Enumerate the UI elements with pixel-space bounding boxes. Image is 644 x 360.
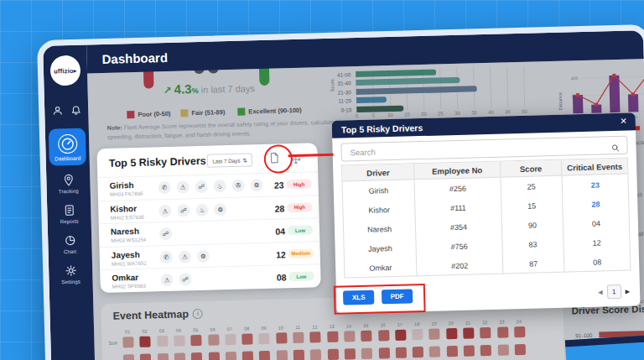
score-cell: 25 xyxy=(501,176,563,197)
reports-icon xyxy=(63,204,75,217)
driver-name: Naresh xyxy=(111,227,139,237)
driver-score: 28 xyxy=(274,203,284,213)
employee-cell: #111 xyxy=(415,197,501,219)
risk-badge: Low xyxy=(288,271,314,281)
period-filter-dropdown[interactable]: Last 7 Days ⇅ xyxy=(207,153,252,167)
driver-name: Kishor xyxy=(110,203,137,213)
score-cell: 87 xyxy=(503,253,565,274)
panel-title: Top 5 Risky Drivers xyxy=(109,155,206,170)
driver-name: Omkar xyxy=(112,273,138,283)
score-cell: 15 xyxy=(501,196,564,217)
driver-name: Girish xyxy=(109,180,133,190)
sidebar-item-label: Tracking xyxy=(59,188,79,195)
phone-use-icon: ✆ xyxy=(160,250,173,263)
fatigue-icon: ♨ xyxy=(195,203,208,216)
critical-events-cell[interactable]: 23 xyxy=(563,175,628,196)
employee-cell: #354 xyxy=(416,217,502,238)
vehicle-number: MH02 ES7936 xyxy=(110,213,143,220)
risk-badge: Medium xyxy=(288,248,314,258)
table-body: Girish#2562523Kishor#1111528Naresh#35490… xyxy=(343,175,631,279)
risk-badge: Low xyxy=(288,225,313,235)
uffizio-logo: uffizio▸ xyxy=(49,55,80,86)
settings-icon xyxy=(65,264,77,277)
app-window: uffizio▸ DashboardTrackingReportsChartSe… xyxy=(37,24,644,360)
driver-cell: Girish xyxy=(343,180,416,201)
seatbelt-icon: ⚙ xyxy=(214,203,226,216)
vehicle-number: MH01 WA7852 xyxy=(112,259,147,266)
user-icon[interactable] xyxy=(52,104,63,115)
page-number[interactable]: 1 xyxy=(606,284,621,299)
vehicle-number: MH03 FK7896 xyxy=(110,190,143,197)
column-header[interactable]: Employee No xyxy=(414,162,501,180)
critical-events-cell[interactable]: 12 xyxy=(564,232,629,253)
dashboard-icon xyxy=(57,134,77,154)
tracking-icon xyxy=(62,174,75,186)
search-icon[interactable] xyxy=(610,140,620,149)
critical-events-cell[interactable]: 28 xyxy=(563,194,628,215)
distraction-icon: ⚠ xyxy=(179,250,191,263)
column-header[interactable]: Driver xyxy=(342,164,415,180)
overspeed-icon: ☍ xyxy=(195,180,207,193)
employee-cell: #756 xyxy=(417,236,503,258)
distraction-icon: ⚠ xyxy=(176,180,189,193)
driver-score: 08 xyxy=(277,272,287,282)
column-header[interactable]: Score xyxy=(501,160,563,177)
overspeed-icon: ☍ xyxy=(159,227,172,240)
distraction-icon: ⚠ xyxy=(158,204,171,217)
sidebar-top-icons xyxy=(52,104,81,116)
column-header[interactable]: Critical Events xyxy=(562,159,627,175)
score-cell: 83 xyxy=(502,234,564,255)
distraction-icon: ⚠ xyxy=(160,274,173,286)
modal-title: Top 5 Risky Drivers xyxy=(341,122,423,134)
sidebar-item-label: Dashboard xyxy=(55,155,80,162)
chart-icon xyxy=(64,234,76,247)
driver-cell: Omkar xyxy=(345,257,418,278)
sidebar-item-settings[interactable]: Settings xyxy=(49,259,93,288)
risk-badge: High xyxy=(286,179,311,189)
logo-text: uffizio xyxy=(54,66,74,75)
pagination: ◀ 1 ▶ xyxy=(598,284,630,300)
drivers-table: DriverEmployee NoScoreCritical Events Gi… xyxy=(341,158,631,279)
main-content: ↗ 4.3% in last 7 days Poor (0-50)Fair (5… xyxy=(87,59,644,360)
sidebar-item-dashboard[interactable]: Dashboard xyxy=(49,128,86,166)
driver-score: 04 xyxy=(275,226,285,236)
page-title: Dashboard xyxy=(101,50,168,65)
seatbelt-icon: ⚙ xyxy=(197,249,210,262)
risk-badge: High xyxy=(287,202,312,212)
seatbelt-icon: ⚙ xyxy=(250,179,262,191)
employee-cell: #202 xyxy=(417,255,503,277)
sidebar-item-reports[interactable]: Reports xyxy=(47,199,91,227)
search-input[interactable] xyxy=(348,140,610,158)
vehicle-number: MH03 WS1254 xyxy=(111,237,146,243)
employee-cell: #256 xyxy=(415,178,501,200)
sidebar-menu: DashboardTrackingReportsChartSettings xyxy=(45,126,93,288)
critical-events-cell[interactable]: 04 xyxy=(564,213,629,234)
harsh-driving-icon: ✇ xyxy=(231,180,244,192)
close-icon[interactable]: ✕ xyxy=(620,117,627,126)
driver-cell: Jayesh xyxy=(344,237,417,258)
sort-icon: ⇅ xyxy=(242,157,247,163)
overspeed-icon: ☍ xyxy=(177,204,190,217)
sidebar-item-label: Chart xyxy=(64,248,77,254)
score-cell: 90 xyxy=(501,215,564,236)
vehicle-number: MH02 SP6583 xyxy=(112,283,146,290)
risky-drivers-modal: Top 5 Risky Drivers ✕ DriverEmployee NoS… xyxy=(332,112,641,313)
sidebar-item-tracking[interactable]: Tracking xyxy=(46,169,91,197)
sidebar-item-label: Settings xyxy=(61,279,80,285)
sidebar-item-chart[interactable]: Chart xyxy=(48,229,92,258)
driver-cell: Naresh xyxy=(344,218,417,239)
page-next-icon[interactable]: ▶ xyxy=(626,288,631,295)
bell-icon[interactable] xyxy=(70,104,81,115)
sidebar-item-label: Reports xyxy=(60,218,79,225)
page-prev-icon[interactable]: ◀ xyxy=(598,289,603,295)
modal-search xyxy=(340,136,627,162)
driver-name: Jayesh xyxy=(112,249,140,259)
critical-events-cell[interactable]: 08 xyxy=(564,252,630,273)
logo-arrow-icon: ▸ xyxy=(74,66,77,74)
driver-rows: GirishMH03 FK7896✆⚠☍♨✇⚙23HighKishorMH02 … xyxy=(97,171,321,293)
driver-score: 23 xyxy=(274,180,284,190)
driver-cell: Kishor xyxy=(343,199,416,220)
phone-use-icon: ✆ xyxy=(158,181,170,194)
overspeed-icon: ☍ xyxy=(179,273,191,285)
highlight-rect-annotation xyxy=(334,284,426,315)
